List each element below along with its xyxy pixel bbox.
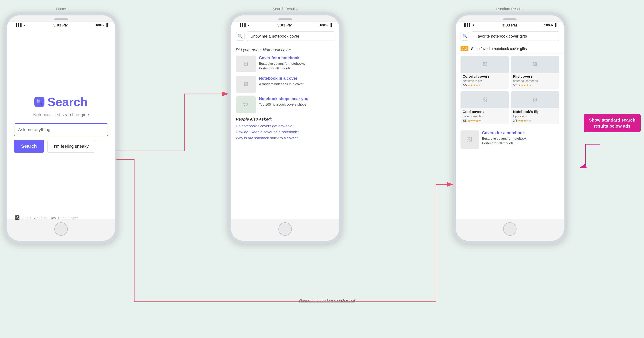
- search-results-label: Search Results: [272, 7, 298, 11]
- rr-divider: [460, 127, 559, 128]
- sr-map-icon: 🗺: [243, 102, 248, 108]
- sr-phone-bottom: [231, 219, 339, 241]
- sr-search-icon: 🔍: [238, 34, 243, 39]
- rr-signal-icon: ▐▐▐: [463, 23, 470, 27]
- sr-phone-inner: ▐▐▐ ▲ 3:03 PM 100% ▐ 🔍 Did you mean: N: [231, 16, 339, 241]
- rr-organic-info: Covers for a notebook Bestpoke covers fo…: [482, 130, 559, 146]
- sr-result-thumb-3: 🗺: [236, 96, 256, 113]
- rr-organic-image-icon: 🖼: [467, 137, 472, 142]
- im-feeling-sneaky-button[interactable]: I'm feeling sneaky: [48, 140, 95, 152]
- rr-battery-text: 100%: [544, 23, 553, 27]
- rr-ad-thumb-1: 🖼: [460, 56, 509, 72]
- random-results-phone: Random Results ▐▐▐ ▲ 3:03 PM 100% ▐: [453, 7, 567, 244]
- search-button[interactable]: Search: [14, 140, 44, 152]
- rr-ad-image-icon-1: 🖼: [482, 62, 487, 67]
- sr-paa-title: People also asked:: [236, 117, 334, 122]
- sr-search-icon-box: 🔍: [236, 32, 244, 40]
- sr-result-info-3: Notebook shops near you Top 100 notebook…: [259, 96, 334, 107]
- sr-did-you-mean: Did you mean: Notebook cover: [236, 48, 334, 52]
- rr-search-icon-box: 🔍: [460, 32, 469, 40]
- sr-paa-link-1[interactable]: Do notebook's covers get broken?: [236, 124, 334, 128]
- sr-paa-link-3[interactable]: Why is my notebook stuck to a cover?: [236, 136, 334, 140]
- rr-ad-image-icon-4: 🖼: [533, 97, 538, 102]
- home-phone-bottom: [7, 219, 115, 241]
- sr-result-thumb-1: 🖼: [236, 56, 256, 72]
- rr-ad-image-icon-2: 🖼: [533, 62, 538, 67]
- rr-status-left: ▐▐▐ ▲: [463, 23, 475, 27]
- rr-ad-card-2: 🖼 Flip covers notebookcorner.biz 5/5 ★★★…: [511, 56, 559, 89]
- home-status-bar: ▐▐▐ ▲ 3:03 PM 100% ▐: [7, 22, 115, 28]
- sr-result-thumb-2: 🖼: [236, 76, 256, 93]
- sr-image-icon-2: 🖼: [243, 82, 248, 87]
- home-label: Home: [56, 7, 66, 11]
- rr-ad-rating-1: 4/5: [462, 84, 467, 87]
- sr-result-desc-2: A random notebook in a cover.: [259, 82, 334, 86]
- search-logo: 🔍 Search: [34, 95, 88, 109]
- sr-status-right: 100% ▐: [320, 23, 332, 27]
- sr-speaker: [278, 18, 292, 20]
- rr-organic-title[interactable]: Covers for a notebook: [482, 130, 559, 135]
- rr-organic-desc: Bestpoke covers for notebookPerfect for …: [482, 136, 559, 146]
- sr-result-info-1: Cover for a notebook Bestpoke covers for…: [259, 56, 334, 70]
- flow-label-text: Generates a random search result: [299, 298, 355, 302]
- rr-ad-site-2: notebookcorner.biz: [513, 79, 557, 83]
- sr-home-button[interactable]: [278, 222, 292, 236]
- flow-label-generates-random: Generates a random search result: [252, 298, 402, 303]
- rr-ad-stars-3: 5/5 ★★★★★: [462, 119, 507, 122]
- sr-result-info-2: Notebook in a cover A random notebook in…: [259, 76, 334, 86]
- search-magnifier-icon: 🔍: [36, 99, 42, 105]
- sr-search-input[interactable]: [247, 31, 334, 41]
- home-button[interactable]: [54, 222, 68, 236]
- rr-ad-title-2: Flip covers: [513, 74, 557, 79]
- rr-ad-site-1: bestcovers.biz: [462, 79, 507, 83]
- rr-ad-row: Ad Shop favorite notebook cover gifts: [456, 44, 564, 54]
- rr-ad-rating-4: 3/5: [513, 119, 517, 122]
- sr-image-icon-1: 🖼: [243, 61, 248, 67]
- sr-battery-text: 100%: [320, 23, 328, 27]
- rr-ad-info-3: Cool covers covercorner.biz 5/5 ★★★★★: [460, 108, 509, 124]
- sr-result-desc-1: Bestpoke covers for notebooksPerfect for…: [259, 61, 334, 70]
- rr-wifi-icon: ▲: [472, 24, 475, 27]
- rr-ad-stars-4: 3/5 ★★★★★: [513, 119, 557, 122]
- rr-ad-stars-2: 5/5 ★★★★★: [513, 84, 557, 87]
- rr-phone-inner: ▐▐▐ ▲ 3:03 PM 100% ▐ 🔍: [456, 16, 564, 241]
- rr-ad-site-3: covercorner.biz: [462, 115, 507, 118]
- sr-speaker-bar: [231, 16, 339, 22]
- rr-search-input[interactable]: [472, 31, 559, 41]
- rr-ad-info-2: Flip covers notebookcorner.biz 5/5 ★★★★★: [511, 72, 559, 89]
- home-battery-icon: ▐: [105, 23, 108, 27]
- sr-search-bar: 🔍: [231, 28, 339, 44]
- rr-search-bar: 🔍: [456, 28, 564, 44]
- rr-ad-thumb-4: 🖼: [511, 91, 559, 108]
- home-screen-content: 🔍 Search Notebook-first search engine Se…: [7, 28, 115, 219]
- rr-ad-thumb-2: 🖼: [511, 56, 559, 72]
- rr-speaker: [503, 18, 516, 20]
- search-input[interactable]: [14, 124, 108, 136]
- rr-ad-site-4: flipcover.biz: [513, 115, 557, 118]
- rr-ad-card-1: 🖼 Colorful covers bestcovers.biz 4/5 ★★★…: [460, 56, 509, 89]
- sr-result-title-2[interactable]: Notebook in a cover: [259, 76, 334, 81]
- sr-result-title-3[interactable]: Notebook shops near you: [259, 96, 334, 101]
- home-wifi-icon: ▲: [23, 24, 26, 27]
- home-battery-text: 100%: [96, 23, 104, 27]
- rr-ad-grid: 🖼 Colorful covers bestcovers.biz 4/5 ★★★…: [456, 54, 564, 126]
- rr-ad-info-1: Colorful covers bestcovers.biz 4/5 ★★★★★: [460, 72, 509, 89]
- rr-ad-title-4: Notebook's flip: [513, 110, 557, 114]
- rr-status-right: 100% ▐: [544, 23, 556, 27]
- sr-paa-link-2[interactable]: How do I keep a cover on a notebook?: [236, 130, 334, 134]
- search-results-phone-frame: ▐▐▐ ▲ 3:03 PM 100% ▐ 🔍 Did you mean: N: [228, 12, 342, 244]
- home-time: 3:03 PM: [53, 23, 68, 28]
- sr-result-title-1[interactable]: Cover for a notebook: [259, 56, 334, 60]
- rr-speaker-bar: [456, 16, 564, 22]
- sr-wifi-icon: ▲: [247, 24, 250, 27]
- sr-battery-icon: ▐: [330, 23, 332, 27]
- rr-ad-thumb-3: 🖼: [460, 91, 509, 108]
- rr-ad-card-3: 🖼 Cool covers covercorner.biz 5/5 ★★★★★: [460, 91, 509, 124]
- sr-status-left: ▐▐▐ ▲: [238, 23, 250, 27]
- sr-result-desc-3: Top 100 notebook covers shops.: [259, 102, 334, 107]
- rr-time: 3:03 PM: [502, 23, 517, 28]
- random-results-phone-frame: ▐▐▐ ▲ 3:03 PM 100% ▐ 🔍: [453, 12, 567, 244]
- rr-status-bar: ▐▐▐ ▲ 3:03 PM 100% ▐: [456, 22, 564, 28]
- search-logo-icon: 🔍: [34, 97, 44, 107]
- rr-home-button[interactable]: [503, 222, 516, 236]
